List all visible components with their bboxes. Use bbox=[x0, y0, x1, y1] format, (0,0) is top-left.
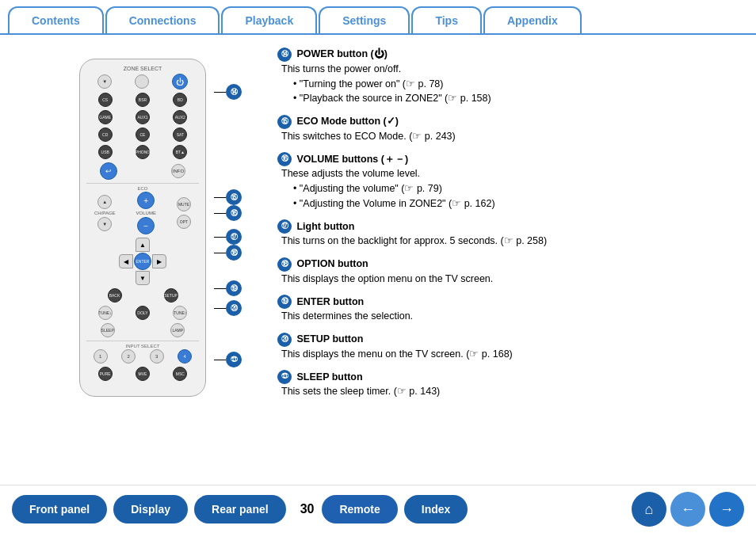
desc-bullet-14-1: "Turning the power on" (☞ p. 78) bbox=[281, 77, 740, 92]
remote-btn-aux[interactable]: AUX1 bbox=[136, 110, 150, 124]
desc-body-14: This turns the power on/off. "Turning th… bbox=[277, 62, 740, 106]
remote-vol-up[interactable]: + bbox=[137, 192, 155, 209]
remote-power-btn[interactable]: ⏻ bbox=[172, 74, 188, 89]
badge-21: ㉑ bbox=[277, 370, 292, 384]
remote-dpad-left[interactable]: ◀ bbox=[119, 254, 133, 268]
remote-enter-btn[interactable]: ENTER bbox=[134, 253, 151, 270]
desc-title-20: ⑳ SETUP button bbox=[277, 332, 740, 347]
callout-21: ㉑ bbox=[214, 352, 242, 367]
callout-18: ⑱ bbox=[214, 245, 242, 261]
display-button[interactable]: Display bbox=[113, 495, 188, 523]
desc-item-21: ㉑ SLEEP button This sets the sleep timer… bbox=[277, 370, 740, 400]
desc-title-18: ⑱ OPTION button bbox=[277, 257, 740, 272]
desc-title-19: ⑲ ENTER button bbox=[277, 295, 740, 310]
remote-ch-up[interactable]: ▲ bbox=[97, 195, 112, 209]
remote-image-area: ZONE SELECT ▼ ⏻ CS BSR BD GAME AUX1 bbox=[16, 43, 269, 486]
desc-title-16: ⑯ VOLUME buttons (＋－) bbox=[277, 152, 740, 167]
index-button[interactable]: Index bbox=[404, 495, 468, 523]
remote-num-3[interactable]: 3 bbox=[150, 349, 164, 364]
remote-btn-setup[interactable]: SETUP bbox=[164, 288, 178, 303]
remote-btn-sleep[interactable]: SLEEP bbox=[101, 323, 115, 337]
remote-dpad: ▲ ◀ ENTER ▶ ▼ bbox=[119, 238, 166, 285]
remote-num-1[interactable]: 1 bbox=[94, 349, 108, 364]
desc-item-19: ⑲ ENTER button This determines the selec… bbox=[277, 295, 740, 325]
badge-14: ⑭ bbox=[277, 48, 292, 62]
remote-input-section-label: INPUT SELECT bbox=[86, 344, 199, 348]
remote-ch-down[interactable]: ▼ bbox=[97, 217, 112, 231]
front-panel-button[interactable]: Front panel bbox=[12, 495, 107, 523]
remote-btn-btar[interactable]: BT▲ bbox=[173, 145, 187, 159]
desc-title-21: ㉑ SLEEP button bbox=[277, 370, 740, 385]
desc-item-15: ⑮ ECO Mode button (✓) This switches to E… bbox=[277, 114, 740, 144]
forward-button[interactable]: → bbox=[709, 492, 744, 527]
remote-option[interactable]: OPT bbox=[177, 215, 191, 229]
desc-body-15: This switches to ECO Mode. (☞ p. 243) bbox=[277, 129, 740, 144]
remote-btn-bd[interactable]: BD bbox=[173, 93, 187, 107]
remote-btn-lamp[interactable]: LAMP bbox=[170, 323, 185, 337]
remote-zone-label: ZONE SELECT bbox=[86, 66, 199, 71]
remote-dpad-down[interactable]: ▼ bbox=[136, 271, 150, 285]
desc-bullet-16-2: "Adjusting the Volume in ZONE2" (☞ p. 16… bbox=[281, 196, 740, 211]
remote-btn-info[interactable]: INFO bbox=[171, 164, 185, 178]
remote-btn-row1-1[interactable]: ▼ bbox=[97, 74, 112, 89]
remote-btn-tuner-up[interactable]: TUNE↑ bbox=[173, 306, 187, 320]
desc-body-21: This sets the sleep timer. (☞ p. 143) bbox=[277, 384, 740, 399]
tab-settings[interactable]: Settings bbox=[319, 6, 410, 33]
tab-playback[interactable]: Playback bbox=[221, 6, 317, 33]
desc-title-17: ⑰ Light button bbox=[277, 219, 740, 234]
desc-title-14: ⑭ POWER button (⏻) bbox=[277, 47, 740, 62]
remote-btn-game[interactable]: GAME bbox=[98, 110, 113, 124]
callout-19: ⑲ bbox=[214, 280, 242, 296]
remote-control-diagram: ZONE SELECT ▼ ⏻ CS BSR BD GAME AUX1 bbox=[79, 59, 206, 397]
tab-connections[interactable]: Connections bbox=[105, 6, 220, 33]
badge-16: ⑯ bbox=[277, 152, 292, 166]
desc-bullet-16-1: "Adjusting the volume" (☞ p. 79) bbox=[281, 181, 740, 196]
remote-btn-sat[interactable]: SAT bbox=[173, 128, 187, 142]
remote-vol-down[interactable]: − bbox=[137, 217, 155, 234]
remote-dpad-up[interactable]: ▲ bbox=[136, 238, 150, 252]
desc-item-17: ⑰ Light button This turns on the backlig… bbox=[277, 219, 740, 249]
callout-17: ⑰ bbox=[214, 229, 242, 245]
remote-btn-music[interactable]: MSC bbox=[173, 367, 187, 381]
callout-16: ⑯ bbox=[214, 205, 242, 221]
remote-btn-dolby[interactable]: DOLY bbox=[136, 306, 150, 320]
remote-num-4[interactable]: 4 bbox=[178, 349, 192, 364]
remote-button[interactable]: Remote bbox=[322, 495, 397, 523]
bottom-navigation: Front panel Display Rear panel 30 Remote… bbox=[0, 485, 756, 533]
remote-btn-cd[interactable]: CD bbox=[98, 128, 113, 142]
remote-btn-phono[interactable]: PHONO bbox=[136, 145, 150, 159]
remote-btn-bsr[interactable]: BSR bbox=[136, 93, 150, 107]
desc-body-17: This turns on the backlight for approx. … bbox=[277, 234, 740, 249]
remote-dpad-right[interactable]: ▶ bbox=[152, 254, 166, 268]
remote-num-2[interactable]: 2 bbox=[121, 349, 136, 364]
nav-icon-group: ⌂ ← → bbox=[632, 492, 744, 527]
desc-bullet-14-2: "Playback the source in ZONE2" (☞ p. 158… bbox=[281, 91, 740, 106]
top-navigation: Contents Connections Playback Settings T… bbox=[0, 0, 756, 35]
tab-contents[interactable]: Contents bbox=[8, 6, 104, 33]
home-button[interactable]: ⌂ bbox=[632, 492, 666, 527]
badge-15: ⑮ bbox=[277, 115, 292, 129]
badge-19: ⑲ bbox=[277, 295, 292, 309]
desc-item-16: ⑯ VOLUME buttons (＋－) These adjusts the … bbox=[277, 152, 740, 211]
back-button[interactable]: ← bbox=[670, 492, 705, 527]
desc-item-20: ⑳ SETUP button This displays the menu on… bbox=[277, 332, 740, 362]
remote-btn-movie[interactable]: MVE bbox=[136, 367, 150, 381]
remote-btn-back[interactable]: ↩ bbox=[100, 162, 117, 180]
remote-btn-back2[interactable]: BACK bbox=[108, 288, 122, 303]
callout-15: ⑮ bbox=[214, 189, 242, 205]
remote-btn-row1-2[interactable] bbox=[135, 74, 149, 89]
page-number: 30 bbox=[300, 502, 315, 516]
remote-btn-aux2[interactable]: AUX2 bbox=[173, 110, 187, 124]
remote-eco-section: ECO bbox=[86, 186, 199, 191]
remote-btn-pure[interactable]: PURE bbox=[98, 367, 113, 381]
desc-title-15: ⑮ ECO Mode button (✓) bbox=[277, 114, 740, 129]
remote-btn-tuner[interactable]: TUNE↓ bbox=[98, 306, 113, 320]
remote-btn-usb[interactable]: USB bbox=[98, 145, 113, 159]
tab-appendix[interactable]: Appendix bbox=[483, 6, 582, 33]
rear-panel-button[interactable]: Rear panel bbox=[194, 495, 286, 523]
remote-mute[interactable]: MUTE bbox=[177, 197, 191, 211]
remote-btn-ce[interactable]: CE bbox=[136, 128, 150, 142]
tab-tips[interactable]: Tips bbox=[411, 6, 482, 33]
remote-btn-cs[interactable]: CS bbox=[98, 93, 113, 107]
desc-body-19: This determines the selection. bbox=[277, 309, 740, 324]
